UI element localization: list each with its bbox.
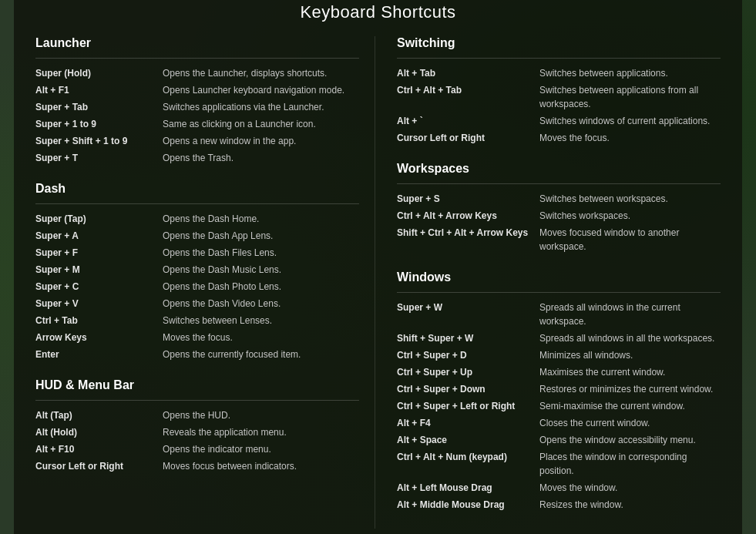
list-item: Alt + Tab Switches between applications. <box>397 66 721 80</box>
shortcut-desc: Opens the Dash Photo Lens. <box>163 280 281 294</box>
shortcut-key: Super + Shift + 1 to 9 <box>35 134 163 148</box>
list-item: Ctrl + Alt + Arrow Keys Switches workspa… <box>397 209 721 223</box>
shortcut-desc: Reveals the application menu. <box>163 425 287 439</box>
panel-title: Keyboard Shortcuts <box>35 2 721 22</box>
list-item: Alt (Hold) Reveals the application menu. <box>35 425 359 439</box>
list-item: Shift + Super + W Spreads all windows in… <box>397 331 721 345</box>
shortcut-key: Ctrl + Super + D <box>397 348 539 362</box>
shortcut-key: Super + C <box>35 280 163 294</box>
shortcut-key: Shift + Super + W <box>397 331 539 345</box>
hud-divider <box>35 400 359 401</box>
list-item: Super + V Opens the Dash Video Lens. <box>35 297 359 311</box>
list-item: Alt (Tap) Opens the HUD. <box>35 408 359 422</box>
list-item: Enter Opens the currently focused item. <box>35 348 359 361</box>
list-item: Alt + Left Mouse Drag Moves the window. <box>397 481 721 495</box>
list-item: Alt + Space Opens the window accessibili… <box>397 433 721 447</box>
list-item: Super + Tab Switches applications via th… <box>35 100 359 114</box>
shortcut-key: Alt + Tab <box>397 66 539 80</box>
shortcut-desc: Moves focus between indicators. <box>163 459 297 473</box>
shortcut-desc: Opens Launcher keyboard navigation mode. <box>163 83 344 97</box>
shortcut-desc: Moves the focus. <box>539 131 610 145</box>
shortcut-desc: Moves focused window to another workspac… <box>539 226 721 254</box>
shortcut-desc: Maximises the current window. <box>539 365 665 379</box>
shortcut-key: Super + V <box>35 297 163 311</box>
shortcut-desc: Switches workspaces. <box>539 209 630 223</box>
shortcut-desc: Switches applications via the Launcher. <box>163 100 324 114</box>
switching-divider <box>397 58 721 59</box>
section-dash: Dash Super (Tap) Opens the Dash Home. Su… <box>35 182 359 361</box>
list-item: Alt + F1 Opens Launcher keyboard navigat… <box>35 83 359 97</box>
shortcut-desc: Closes the current window. <box>539 416 650 430</box>
launcher-title: Launcher <box>35 36 359 50</box>
list-item: Shift + Ctrl + Alt + Arrow Keys Moves fo… <box>397 226 721 254</box>
shortcut-key: Super + Tab <box>35 100 163 114</box>
shortcut-key: Super + A <box>35 229 163 243</box>
shortcut-desc: Same as clicking on a Launcher icon. <box>163 117 316 131</box>
section-switching: Switching Alt + Tab Switches between app… <box>397 36 721 145</box>
shortcut-desc: Switches windows of current applications… <box>539 114 710 128</box>
shortcut-key: Alt + Middle Mouse Drag <box>397 498 539 512</box>
list-item: Cursor Left or Right Moves the focus. <box>397 131 721 145</box>
shortcut-key: Alt + ` <box>397 114 539 128</box>
shortcut-desc: Opens the window accessibility menu. <box>539 433 696 447</box>
shortcut-key: Alt + Left Mouse Drag <box>397 481 539 495</box>
shortcut-desc: Opens the Dash Home. <box>163 212 259 226</box>
list-item: Ctrl + Super + D Minimizes all windows. <box>397 348 721 362</box>
shortcut-key: Shift + Ctrl + Alt + Arrow Keys <box>397 226 539 254</box>
shortcut-key: Super (Hold) <box>35 66 163 80</box>
windows-divider <box>397 292 721 293</box>
hud-title: HUD & Menu Bar <box>35 378 359 392</box>
list-item: Super + A Opens the Dash App Lens. <box>35 229 359 243</box>
list-item: Super + W Spreads all windows in the cur… <box>397 301 721 328</box>
list-item: Super + Shift + 1 to 9 Opens a new windo… <box>35 134 359 148</box>
list-item: Super + M Opens the Dash Music Lens. <box>35 263 359 277</box>
shortcut-key: Super + S <box>397 192 539 206</box>
shortcut-desc: Switches between applications. <box>539 66 668 80</box>
workspaces-title: Workspaces <box>397 162 721 176</box>
dash-divider <box>35 203 359 204</box>
shortcut-key: Alt + F10 <box>35 442 163 456</box>
shortcut-desc: Minimizes all windows. <box>539 348 633 362</box>
list-item: Super (Hold) Opens the Launcher, display… <box>35 66 359 80</box>
shortcut-desc: Switches between Lenses. <box>163 314 272 327</box>
shortcut-desc: Opens the Dash Video Lens. <box>163 297 281 311</box>
shortcut-desc: Opens the Trash. <box>163 151 234 165</box>
shortcut-key: Alt + F1 <box>35 83 163 97</box>
list-item: Alt + ` Switches windows of current appl… <box>397 114 721 128</box>
shortcut-desc: Opens the Dash App Lens. <box>163 229 273 243</box>
shortcut-desc: Spreads all windows in all the workspace… <box>539 331 714 345</box>
list-item: Super + S Switches between workspaces. <box>397 192 721 206</box>
shortcut-key: Super (Tap) <box>35 212 163 226</box>
shortcut-key: Ctrl + Alt + Tab <box>397 83 539 111</box>
shortcut-key: Cursor Left or Right <box>397 131 539 145</box>
section-windows: Windows Super + W Spreads all windows in… <box>397 270 721 512</box>
shortcut-desc: Opens the Dash Music Lens. <box>163 263 281 277</box>
section-hud: HUD & Menu Bar Alt (Tap) Opens the HUD. … <box>35 378 359 473</box>
shortcut-key: Ctrl + Tab <box>35 314 163 327</box>
shortcut-key: Alt + F4 <box>397 416 539 430</box>
shortcut-key: Ctrl + Super + Down <box>397 382 539 396</box>
list-item: Ctrl + Alt + Num (keypad) Places the win… <box>397 450 721 478</box>
windows-title: Windows <box>397 270 721 284</box>
list-item: Ctrl + Super + Up Maximises the current … <box>397 365 721 379</box>
section-launcher: Launcher Super (Hold) Opens the Launcher… <box>35 36 359 165</box>
shortcut-key: Super + 1 to 9 <box>35 117 163 131</box>
list-item: Ctrl + Alt + Tab Switches between applic… <box>397 83 721 111</box>
shortcut-key: Ctrl + Super + Left or Right <box>397 399 539 413</box>
shortcut-desc: Opens the currently focused item. <box>163 348 301 361</box>
shortcut-desc: Opens a new window in the app. <box>163 134 296 148</box>
section-workspaces: Workspaces Super + S Switches between wo… <box>397 162 721 254</box>
shortcut-desc: Semi-maximise the current window. <box>539 399 685 413</box>
list-item: Alt + Middle Mouse Drag Resizes the wind… <box>397 498 721 512</box>
shortcut-key: Super + T <box>35 151 163 165</box>
shortcut-desc: Spreads all windows in the current works… <box>539 301 721 328</box>
launcher-divider <box>35 58 359 59</box>
left-column: Launcher Super (Hold) Opens the Launcher… <box>35 36 375 529</box>
dash-title: Dash <box>35 182 359 196</box>
shortcut-desc: Places the window in corresponding posit… <box>539 450 721 478</box>
shortcut-key: Ctrl + Super + Up <box>397 365 539 379</box>
shortcut-desc: Moves the focus. <box>163 331 233 344</box>
list-item: Super + F Opens the Dash Files Lens. <box>35 246 359 260</box>
shortcut-key: Alt + Space <box>397 433 539 447</box>
shortcut-key: Alt (Tap) <box>35 408 163 422</box>
